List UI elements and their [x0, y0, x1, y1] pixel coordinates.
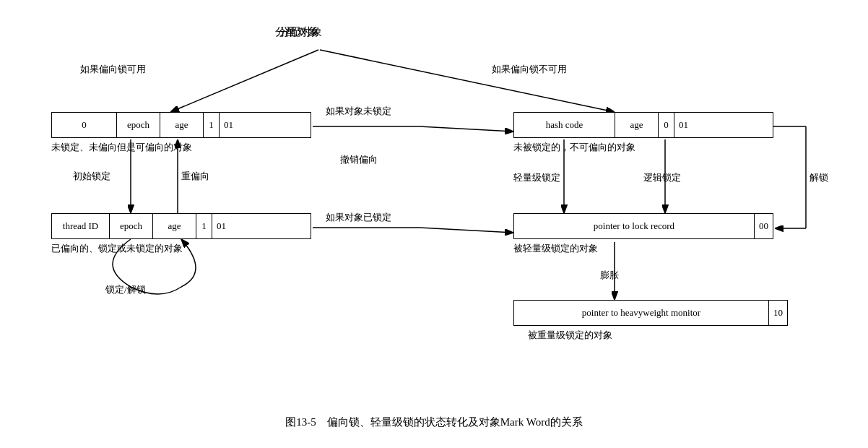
box1-cell-1: 1	[204, 113, 220, 137]
box2-cell-threadid: thread ID	[52, 214, 110, 238]
re-bias-label: 重偏向	[181, 170, 209, 183]
box5-cell-ptrh: pointer to heavyweight monitor	[514, 301, 769, 325]
box4-label: 被轻量级锁定的对象	[513, 242, 598, 255]
caption: 图13-5 偏向锁、轻量级锁的状态转化及对象Mark Word的关系	[285, 415, 582, 429]
box1-cell-01: 01	[220, 113, 238, 137]
box5-label: 被重量级锁定的对象	[528, 329, 612, 342]
svg-line-3	[320, 50, 615, 112]
box1: 0 epoch age 1 01	[51, 112, 311, 138]
box2-cell-01: 01	[212, 214, 230, 238]
initial-lock-label: 初始锁定	[73, 170, 110, 183]
box2: thread ID epoch age 1 01	[51, 213, 311, 239]
box3-cell-hashcode: hash code	[514, 113, 615, 137]
recursive-lock-label: 逻辑锁定	[643, 171, 681, 184]
svg-line-2	[170, 50, 318, 112]
box3-cell-age: age	[615, 113, 659, 137]
box4-cell-00: 00	[755, 214, 773, 238]
box1-cell-0: 0	[52, 113, 117, 137]
inflate-label: 膨胀	[600, 269, 619, 282]
box2-label: 已偏向的、锁定或未锁定的对象	[51, 242, 183, 255]
left-branch-label: 如果偏向锁可用	[80, 63, 146, 76]
svg-line-7	[420, 126, 513, 132]
box3: hash code age 0 01	[513, 112, 773, 138]
box1-cell-age: age	[160, 113, 204, 137]
box3-cell-0: 0	[659, 113, 674, 137]
box5: pointer to heavyweight monitor 10	[513, 300, 788, 326]
box1-label: 未锁定、未偏向但是可偏向的对象	[51, 141, 192, 154]
obj-locked-label: 如果对象已锁定	[326, 211, 391, 224]
box4: pointer to lock record 00	[513, 213, 773, 239]
lightweight-lock-label: 轻量级锁定	[513, 171, 560, 184]
box2-cell-epoch: epoch	[110, 214, 153, 238]
main-title: 分配对象	[279, 25, 322, 39]
box1-cell-epoch: epoch	[117, 113, 160, 137]
right-branch-label: 如果偏向锁不可用	[492, 63, 567, 76]
box2-cell-age: age	[153, 214, 196, 238]
box5-cell-10: 10	[769, 301, 787, 325]
box2-cell-1: 1	[196, 214, 212, 238]
box3-cell-01: 01	[674, 113, 693, 137]
unlock-label: 解锁	[810, 171, 828, 184]
revoke-bias-label: 撤销偏向	[340, 153, 378, 166]
svg-line-9	[420, 228, 513, 233]
box3-label: 未被锁定的，不可偏向的对象	[513, 141, 635, 154]
obj-unlocked-label: 如果对象未锁定	[326, 105, 391, 118]
box4-cell-ptr: pointer to lock record	[514, 214, 755, 238]
lock-unlock-label: 锁定/解锁	[105, 283, 146, 296]
